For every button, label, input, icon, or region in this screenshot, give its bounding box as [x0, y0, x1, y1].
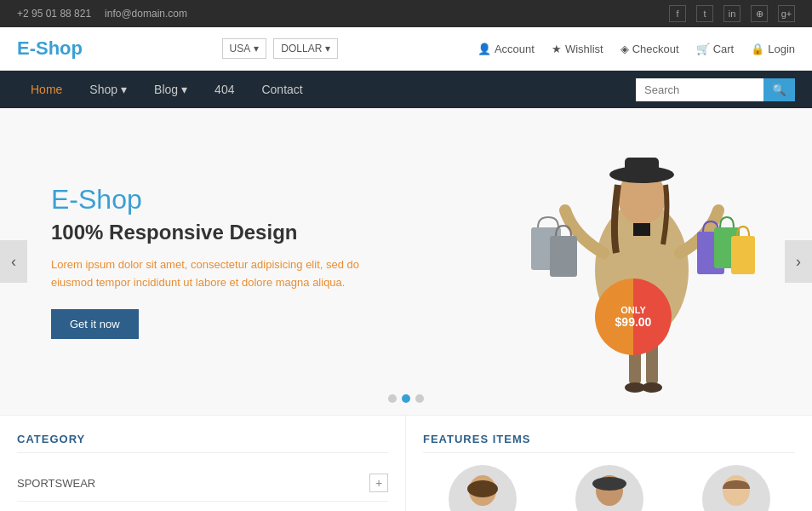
- facebook-icon[interactable]: f: [669, 5, 686, 22]
- slider-description: Lorem ipsum dolor sit amet, consectetur …: [51, 256, 375, 292]
- category-sportswear-label: SPORTSWEAR: [17, 477, 95, 490]
- nav-blog[interactable]: Blog ▾: [140, 71, 201, 108]
- feature-avatar-1: [449, 465, 517, 511]
- slider-content: E-Shop 100% Responsive Design Lorem ipsu…: [0, 150, 426, 373]
- phone-number: +2 95 01 88 821: [17, 8, 91, 20]
- checkout-label: Checkout: [632, 43, 679, 55]
- svg-rect-9: [731, 236, 755, 274]
- currency-dropdown[interactable]: DOLLAR ▾: [273, 38, 338, 59]
- country-label: USA: [230, 43, 251, 55]
- nav-contact[interactable]: Contact: [248, 71, 316, 108]
- slider-image: ONLY $99.00: [455, 108, 812, 415]
- search-input[interactable]: [636, 78, 763, 101]
- price-amount: $99.00: [615, 315, 652, 329]
- login-link[interactable]: 🔒 Login: [751, 43, 795, 55]
- checkout-link[interactable]: ◈ Checkout: [620, 43, 679, 55]
- twitter-icon[interactable]: t: [696, 5, 713, 22]
- login-label: Login: [768, 43, 795, 55]
- cart-link[interactable]: 🛒 Cart: [696, 43, 735, 55]
- feature-card-2: [550, 465, 668, 511]
- svg-point-17: [592, 477, 626, 491]
- checkout-icon: ◈: [620, 43, 629, 55]
- svg-point-18: [723, 475, 750, 506]
- features-items-list: [423, 465, 795, 511]
- feature-card-1: [423, 465, 541, 511]
- chevron-icon: ▾: [181, 83, 187, 96]
- features-title: FEATURES ITEMS: [423, 433, 795, 453]
- slide-dot-1[interactable]: [388, 394, 397, 403]
- slider-dots: [388, 394, 424, 403]
- user-icon: 👤: [477, 43, 491, 55]
- fashion-illustration: [472, 117, 795, 415]
- features-section: FEATURES ITEMS: [406, 416, 812, 511]
- feature-avatar-3: [702, 465, 770, 511]
- category-expand-button[interactable]: +: [369, 474, 388, 492]
- nav-links: Home Shop ▾ Blog ▾ 404 Contact: [17, 71, 317, 108]
- chevron-down-icon: ▾: [325, 43, 330, 55]
- search-button[interactable]: 🔍: [763, 78, 795, 101]
- slider-cta-button[interactable]: Get it now: [51, 309, 139, 339]
- avatar-illustration-3: [702, 465, 770, 511]
- avatar-illustration-1: [449, 465, 517, 511]
- nav-home[interactable]: Home: [17, 71, 76, 108]
- slide-dot-3[interactable]: [415, 394, 424, 403]
- top-bar: +2 95 01 88 821 info@domain.com f t in ⊕…: [0, 0, 812, 27]
- header-dropdowns: USA ▾ DOLLAR ▾: [222, 38, 339, 59]
- slider-title-eshop: E-Shop: [51, 184, 142, 215]
- svg-rect-3: [625, 158, 659, 179]
- wishlist-link[interactable]: ★ Wishlist: [552, 43, 603, 55]
- currency-label: DOLLAR: [281, 43, 322, 55]
- feature-avatar-2: [575, 465, 643, 511]
- logo[interactable]: E-Shop: [17, 37, 83, 60]
- nav-shop[interactable]: Shop ▾: [76, 71, 140, 108]
- slide-dot-2[interactable]: [402, 394, 410, 403]
- slider: ‹ E-Shop 100% Responsive Design Lorem ip…: [0, 108, 812, 415]
- country-dropdown[interactable]: USA ▾: [222, 38, 267, 59]
- top-bar-left: +2 95 01 88 821 info@domain.com: [17, 8, 187, 20]
- lock-icon: 🔒: [751, 43, 764, 55]
- gplus-icon[interactable]: g+: [778, 5, 795, 22]
- category-sportswear: SPORTSWEAR +: [17, 465, 388, 502]
- cart-label: Cart: [713, 43, 735, 55]
- svg-rect-4: [633, 223, 650, 236]
- slider-title-bold: 100% Responsive Design: [51, 221, 375, 244]
- email-address: info@domain.com: [105, 8, 187, 20]
- chevron-down-icon: ▾: [254, 43, 259, 55]
- svg-rect-6: [550, 236, 577, 277]
- category-section: CATEGORY SPORTSWEAR +: [0, 416, 406, 511]
- category-title: CATEGORY: [17, 433, 388, 453]
- linkedin-icon[interactable]: in: [723, 5, 741, 22]
- nav-404[interactable]: 404: [201, 71, 248, 108]
- bottom-section: CATEGORY SPORTSWEAR + FEATURES ITEMS: [0, 415, 812, 511]
- slider-next-button[interactable]: ›: [785, 240, 812, 283]
- svg-point-15: [467, 480, 498, 497]
- top-bar-social: f t in ⊕ g+: [669, 5, 795, 22]
- slider-prev-button[interactable]: ‹: [0, 240, 27, 283]
- header: E-Shop USA ▾ DOLLAR ▾ 👤 Account ★ Wishli…: [0, 27, 812, 71]
- globe-icon[interactable]: ⊕: [751, 5, 768, 22]
- feature-card-3: [677, 465, 795, 511]
- wishlist-label: Wishlist: [565, 43, 603, 55]
- header-nav: 👤 Account ★ Wishlist ◈ Checkout 🛒 Cart 🔒…: [477, 43, 795, 55]
- price-badge: ONLY $99.00: [595, 278, 672, 355]
- cart-icon: 🛒: [696, 43, 710, 55]
- avatar-illustration-2: [575, 465, 643, 511]
- nav-bar: Home Shop ▾ Blog ▾ 404 Contact 🔍: [0, 71, 812, 108]
- nav-search: 🔍: [636, 78, 795, 101]
- svg-point-13: [642, 382, 662, 393]
- account-link[interactable]: 👤 Account: [477, 43, 535, 55]
- slider-title-light: E-Shop: [51, 184, 375, 215]
- star-icon: ★: [552, 43, 562, 55]
- account-label: Account: [495, 43, 535, 55]
- chevron-icon: ▾: [121, 83, 127, 96]
- price-only-label: ONLY: [620, 305, 646, 315]
